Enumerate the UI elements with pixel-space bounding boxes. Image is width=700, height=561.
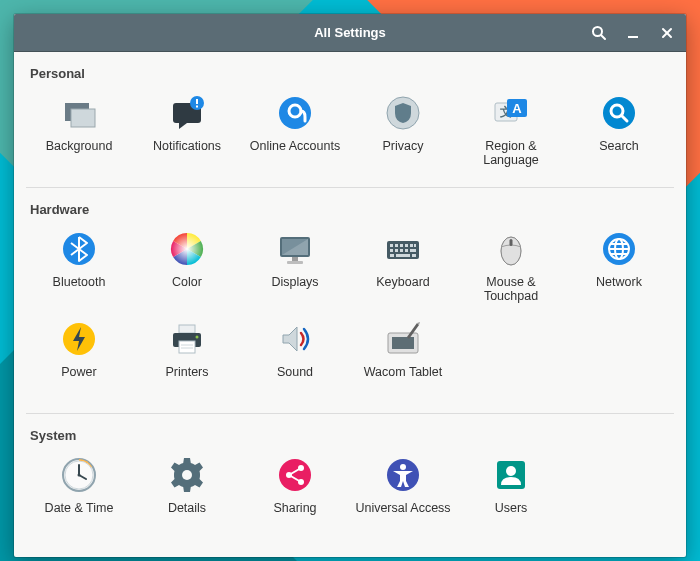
tile-mouse-touchpad[interactable]: Mouse & Touchpad [458,223,564,309]
svg-rect-45 [510,239,513,246]
titlebar: All Settings [14,14,686,52]
svg-point-66 [182,470,192,480]
grid-hardware: Bluetooth Colo [26,223,674,409]
window-title: All Settings [314,25,386,40]
svg-rect-9 [196,99,198,104]
svg-rect-34 [414,244,416,247]
separator [26,187,674,188]
svg-rect-10 [196,106,198,108]
tile-bluetooth[interactable]: Bluetooth [26,223,132,309]
tile-label: Keyboard [376,275,430,289]
svg-rect-35 [390,249,393,252]
tile-search[interactable]: Search [566,87,672,173]
svg-point-19 [603,97,635,129]
privacy-icon [383,93,423,133]
svg-rect-39 [410,249,416,252]
tile-printers[interactable]: Printers [134,313,240,399]
tile-label: Users [495,501,528,515]
svg-rect-38 [405,249,408,252]
tile-details[interactable]: Details [134,449,240,535]
tile-label: Search [599,139,639,153]
tile-label: Wacom Tablet [364,365,443,379]
svg-rect-6 [71,109,95,127]
svg-text:A: A [512,101,522,116]
section-title-hardware: Hardware [26,192,674,223]
svg-rect-41 [396,254,410,257]
section-title-system: System [26,418,674,449]
background-icon [59,93,99,133]
tile-online-accounts[interactable]: Online Accounts [242,87,348,173]
region-language-icon: 文A [491,93,531,133]
close-button[interactable] [656,22,678,44]
tile-label: Online Accounts [250,139,340,153]
tile-label: Region & Language [460,139,562,168]
svg-point-67 [279,459,311,491]
svg-rect-53 [179,325,195,333]
svg-rect-60 [392,337,414,349]
svg-rect-26 [292,257,298,261]
tile-universal-access[interactable]: Universal Access [350,449,456,535]
tile-notifications[interactable]: Notifications [134,87,240,173]
tile-label: Mouse & Touchpad [460,275,562,304]
search-button[interactable] [588,22,610,44]
svg-point-65 [78,474,81,477]
svg-rect-56 [179,341,195,353]
tile-keyboard[interactable]: Keyboard [350,223,456,309]
tile-wacom-tablet[interactable]: Wacom Tablet [350,313,456,399]
svg-rect-32 [405,244,408,247]
separator [26,413,674,414]
grid-personal: Background Notifications Online Accounts… [26,87,674,183]
tile-network[interactable]: Network [566,223,672,309]
svg-point-23 [171,233,203,265]
svg-rect-42 [412,254,416,257]
close-icon [660,26,674,40]
sound-icon [275,319,315,359]
tile-label: Network [596,275,642,289]
titlebar-actions [588,14,678,51]
svg-rect-33 [410,244,413,247]
printers-icon [167,319,207,359]
wacom-icon [383,319,423,359]
tile-label: Background [46,139,113,153]
section-title-personal: Personal [26,56,674,87]
svg-rect-37 [400,249,403,252]
tile-background[interactable]: Background [26,87,132,173]
tile-label: Privacy [383,139,424,153]
tile-label: Bluetooth [53,275,106,289]
tile-date-time[interactable]: Date & Time [26,449,132,535]
tile-color[interactable]: Color [134,223,240,309]
network-icon [599,229,639,269]
tile-label: Date & Time [45,501,114,515]
tile-sharing[interactable]: Sharing [242,449,348,535]
tile-label: Displays [271,275,318,289]
tile-label: Sharing [273,501,316,515]
minimize-button[interactable] [622,22,644,44]
tile-displays[interactable]: Displays [242,223,348,309]
universal-access-icon [383,455,423,495]
svg-rect-27 [287,261,303,264]
tile-label: Sound [277,365,313,379]
settings-content: Personal Background Notifications Online… [14,52,686,557]
tile-privacy[interactable]: Privacy [350,87,456,173]
online-accounts-icon [275,93,315,133]
users-icon [491,455,531,495]
power-icon [59,319,99,359]
minimize-icon [626,26,640,40]
keyboard-icon [383,229,423,269]
svg-rect-31 [400,244,403,247]
svg-line-1 [601,35,605,39]
svg-point-76 [506,466,516,476]
displays-icon [275,229,315,269]
tile-power[interactable]: Power [26,313,132,399]
tile-users[interactable]: Users [458,449,564,535]
tile-region-language[interactable]: 文A Region & Language [458,87,564,173]
settings-window: All Settings Personal Background Notific… [14,14,686,557]
color-icon [167,229,207,269]
gear-icon [167,455,207,495]
tile-label: Universal Access [355,501,450,515]
tile-sound[interactable]: Sound [242,313,348,399]
sharing-icon [275,455,315,495]
grid-system: Date & Time Details Sharing Universal Ac… [26,449,674,545]
svg-point-55 [196,336,199,339]
tile-label: Color [172,275,202,289]
